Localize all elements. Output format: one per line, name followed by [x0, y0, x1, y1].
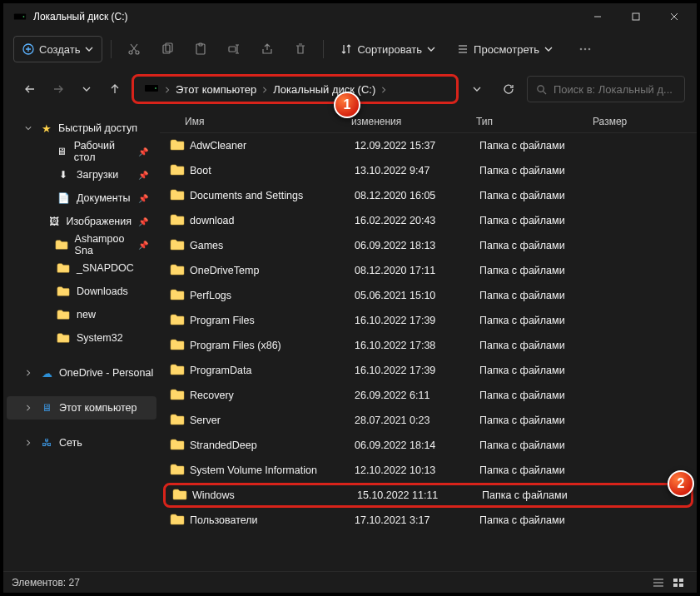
refresh-button[interactable] — [495, 76, 522, 102]
folder-row[interactable]: OneDriveTemp08.12.2020 17:11Папка с файл… — [163, 258, 693, 283]
copy-icon[interactable] — [153, 36, 181, 62]
view-large-icon[interactable] — [668, 574, 688, 591]
folder-date: 12.09.2022 15:37 — [355, 140, 479, 151]
folder-row[interactable]: Windows15.10.2022 11:11Папка с файлами2 — [163, 483, 693, 508]
folder-date: 28.07.2021 0:23 — [355, 415, 479, 426]
share-icon[interactable] — [253, 36, 281, 62]
folder-type: Папка с файлами — [479, 165, 596, 176]
folder-row[interactable]: Server28.07.2021 0:23Папка с файлами — [163, 408, 693, 433]
chevron-right-icon — [25, 404, 35, 413]
folder-row[interactable]: download16.02.2022 20:43Папка с файлами — [163, 208, 693, 233]
folder-icon — [55, 238, 68, 251]
sidebar-item-label: Документы — [77, 192, 130, 204]
recent-button[interactable] — [75, 76, 98, 102]
folder-icon — [170, 264, 185, 277]
svg-point-12 — [584, 48, 587, 51]
folder-row[interactable]: Program Files16.10.2022 17:39Папка с фай… — [163, 308, 693, 333]
sidebar-item[interactable]: 🖥Рабочий стол📌 — [7, 140, 156, 163]
folder-row[interactable]: Games06.09.2022 18:13Папка с файлами — [163, 233, 693, 258]
folder-name: Server — [190, 415, 355, 426]
folder-date: 17.10.2021 3:17 — [355, 514, 479, 526]
col-name[interactable]: Имя — [160, 116, 351, 127]
sort-button[interactable]: Сортировать — [332, 36, 444, 62]
folder-row[interactable]: Documents and Settings08.12.2020 16:05Па… — [163, 183, 693, 208]
folder-row[interactable]: Boot13.10.2022 9:47Папка с файлами — [163, 158, 693, 183]
sidebar-item[interactable]: Ashampoo Sna📌 — [7, 233, 156, 256]
cut-icon[interactable] — [120, 36, 148, 62]
folder-row[interactable]: System Volume Information12.10.2022 10:1… — [163, 458, 693, 483]
sidebar-item[interactable]: new — [7, 303, 156, 326]
folder-icon — [170, 364, 185, 377]
sidebar-this-pc[interactable]: 🖥 Этот компьютер — [7, 396, 156, 420]
paste-icon[interactable] — [186, 36, 215, 62]
more-icon[interactable] — [571, 36, 599, 62]
svg-point-11 — [580, 48, 583, 51]
folder-row[interactable]: Recovery26.09.2022 6:11Папка с файлами — [163, 383, 693, 408]
sidebar-item-label: Ashampoo Sna — [75, 233, 132, 256]
chevron-down-icon — [427, 45, 435, 53]
folder-date: 05.06.2021 15:10 — [355, 290, 479, 301]
folder-date: 16.02.2022 20:43 — [355, 215, 479, 226]
pc-icon: 🖥 — [42, 402, 52, 414]
breadcrumb-drive[interactable]: Локальный диск (C:) — [273, 83, 375, 96]
up-button[interactable] — [103, 76, 127, 102]
col-date[interactable]: изменения — [351, 116, 476, 127]
sidebar-item[interactable]: System32 — [7, 326, 156, 350]
sidebar-network[interactable]: 🖧 Сеть — [7, 431, 156, 454]
folder-row[interactable]: PerfLogs05.06.2021 15:10Папка с файлами — [163, 283, 693, 308]
rename-icon[interactable] — [220, 36, 248, 62]
file-pane: Имя изменения Тип Размер AdwCleaner12.09… — [160, 110, 697, 571]
new-button[interactable]: Создать — [13, 36, 102, 62]
folder-row[interactable]: Пользователи17.10.2021 3:17Папка с файла… — [163, 508, 693, 533]
folder-name: PerfLogs — [190, 290, 355, 301]
folder-name: System Volume Information — [190, 464, 355, 476]
sidebar-item[interactable]: Downloads — [7, 280, 156, 303]
sidebar-item[interactable]: 📄Документы📌 — [7, 186, 156, 210]
sidebar-onedrive[interactable]: ☁ OneDrive - Personal — [7, 361, 156, 385]
folder-row[interactable]: StrandedDeep06.09.2022 18:14Папка с файл… — [163, 433, 693, 458]
folder-type: Папка с файлами — [479, 140, 596, 151]
sidebar-item[interactable]: _SNAPDOC — [7, 256, 156, 280]
view-button[interactable]: Просмотреть — [449, 36, 561, 62]
forward-button[interactable] — [47, 76, 70, 102]
folder-type: Папка с файлами — [479, 514, 596, 526]
address-bar[interactable]: Этот компьютер Локальный диск (C:) — [132, 74, 459, 104]
back-button[interactable] — [18, 76, 42, 102]
folder-row[interactable]: AdwCleaner12.09.2022 15:37Папка с файлам… — [163, 133, 693, 158]
pin-icon: 📌 — [138, 241, 148, 250]
folder-date: 08.12.2020 16:05 — [355, 190, 479, 201]
col-type[interactable]: Тип — [476, 116, 593, 127]
sidebar-item-label: Сеть — [59, 437, 82, 449]
column-headers: Имя изменения Тип Размер — [160, 110, 697, 133]
documents-icon: 📄 — [57, 191, 70, 205]
address-dropdown[interactable] — [464, 76, 490, 102]
search-input[interactable]: Поиск в: Локальный д... — [527, 76, 685, 102]
folder-icon — [170, 164, 185, 177]
folder-row[interactable]: ProgramData16.10.2022 17:39Папка с файла… — [163, 358, 693, 383]
folder-name: Program Files — [190, 315, 355, 326]
folder-row[interactable]: Program Files (x86)16.10.2022 17:38Папка… — [163, 333, 693, 358]
folder-name: Program Files (x86) — [190, 340, 355, 351]
minimize-button[interactable] — [578, 3, 617, 30]
folder-date: 16.10.2022 17:38 — [355, 340, 479, 351]
step-badge-1: 1 — [334, 92, 360, 118]
folder-name: Пользователи — [190, 514, 355, 526]
delete-icon[interactable] — [286, 36, 315, 62]
sidebar-quick-access[interactable]: ★ Быстрый доступ — [7, 117, 156, 140]
sidebar-item[interactable]: 🖼Изображения📌 — [7, 210, 156, 233]
folder-date: 06.09.2022 18:14 — [355, 440, 479, 451]
folder-name: Games — [190, 240, 355, 251]
breadcrumb-root[interactable]: Этот компьютер — [176, 83, 256, 96]
chevron-right-icon — [25, 369, 35, 378]
folder-type: Папка с файлами — [479, 315, 596, 326]
folder-type: Папка с файлами — [479, 215, 596, 226]
col-size[interactable]: Размер — [593, 116, 651, 127]
view-details-icon[interactable] — [648, 574, 668, 591]
maximize-button[interactable] — [617, 3, 655, 30]
titlebar: Локальный диск (C:) — [3, 3, 697, 30]
sidebar-item[interactable]: ⬇Загрузки📌 — [7, 163, 156, 186]
pictures-icon: 🖼 — [49, 215, 59, 228]
chevron-right-icon — [261, 83, 268, 96]
close-button[interactable] — [655, 3, 693, 30]
chevron-down-icon — [25, 124, 35, 133]
